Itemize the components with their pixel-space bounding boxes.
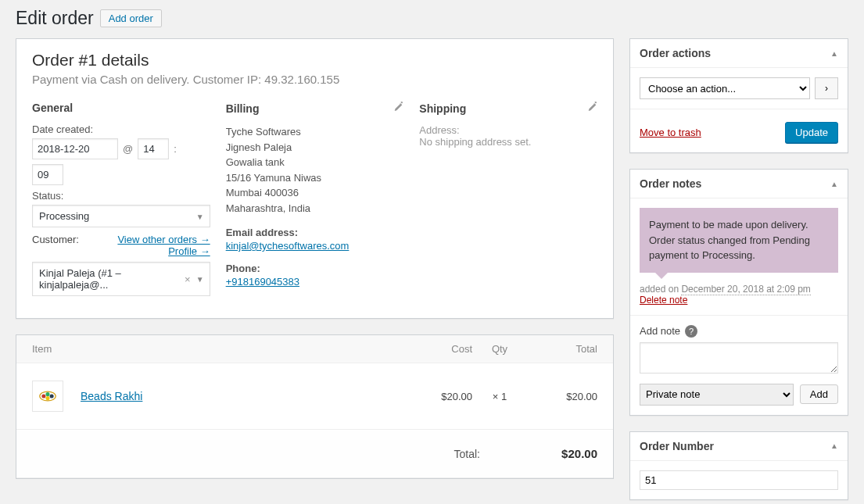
order-actions-heading: Order actions — [640, 47, 711, 59]
note-textarea[interactable] — [640, 342, 838, 374]
order-title: Order #1 details — [32, 51, 597, 70]
order-subtitle: Payment via Cash on delivery. Customer I… — [32, 73, 597, 86]
at-symbol: @ — [123, 143, 133, 155]
add-note-label: Add note — [640, 325, 680, 337]
total-header: Total — [527, 343, 597, 355]
hour-input[interactable] — [138, 138, 169, 159]
update-button[interactable]: Update — [785, 122, 838, 143]
svg-point-1 — [41, 394, 45, 398]
qty-header: Qty — [472, 343, 527, 355]
item-qty: × 1 — [472, 391, 527, 402]
item-name-link[interactable]: Beads Rakhi — [81, 390, 142, 402]
shipping-no-address: No shipping address set. — [419, 136, 597, 148]
edit-shipping-icon[interactable] — [586, 102, 597, 115]
edit-billing-icon[interactable] — [393, 102, 403, 115]
help-icon[interactable]: ? — [685, 325, 697, 338]
email-label: Email address: — [226, 227, 404, 238]
view-other-orders-link[interactable]: View other orders → — [117, 234, 210, 245]
note-timestamp: December 20, 2018 at 2:09 pm — [681, 284, 810, 295]
billing-line: 15/16 Yamuna Niwas — [226, 170, 404, 186]
billing-heading: Billing — [226, 102, 260, 115]
customer-value: Kinjal Paleja (#1 – kinjalpaleja@... — [39, 267, 185, 291]
minute-input[interactable] — [32, 164, 63, 185]
total-label: Total: — [32, 448, 511, 460]
billing-line: Jignesh Paleja — [226, 140, 404, 155]
shipping-heading: Shipping — [419, 102, 466, 115]
order-notes-heading: Order notes — [640, 177, 701, 190]
svg-point-3 — [50, 394, 54, 398]
status-select[interactable]: Processing — [32, 205, 210, 227]
customer-select[interactable]: Kinjal Paleja (#1 – kinjalpaleja@... × — [32, 262, 210, 296]
cost-header: Cost — [402, 343, 472, 355]
item-total: $20.00 — [527, 391, 597, 402]
item-cost: $20.00 — [402, 391, 472, 402]
note-bubble: Payment to be made upon delivery. Order … — [640, 208, 838, 273]
order-items-panel: Item Cost Qty Total Beads Rakhi $20.00 ×… — [16, 334, 614, 479]
add-note-button[interactable]: Add — [800, 384, 838, 404]
order-number-input[interactable] — [640, 470, 838, 490]
table-row: Beads Rakhi $20.00 × 1 $20.00 — [16, 363, 613, 430]
total-value: $20.00 — [511, 447, 597, 460]
billing-phone-link[interactable]: +918169045383 — [226, 276, 299, 288]
item-header: Item — [32, 343, 402, 355]
svg-point-4 — [45, 396, 49, 400]
clear-customer-icon[interactable]: × — [185, 273, 191, 285]
action-select[interactable]: Choose an action... — [640, 77, 810, 99]
time-colon: : — [174, 143, 177, 155]
status-label: Status: — [32, 190, 210, 202]
shipping-column: Shipping Address: No shipping address se… — [419, 102, 597, 302]
collapse-icon: ▲ — [830, 180, 838, 188]
phone-label: Phone: — [226, 263, 404, 274]
delete-note-link[interactable]: Delete note — [640, 295, 687, 306]
customer-label: Customer: — [32, 234, 79, 245]
order-number-toggle[interactable]: Order Number ▲ — [630, 432, 848, 461]
svg-point-2 — [45, 392, 49, 396]
billing-line: Tyche Softwares — [226, 124, 404, 140]
billing-line: Mumbai 400036 — [226, 185, 404, 201]
date-created-label: Date created: — [32, 123, 210, 135]
collapse-icon: ▲ — [830, 49, 838, 58]
order-notes-toggle[interactable]: Order notes ▲ — [630, 170, 848, 198]
general-column: General Date created: @ : Sta — [32, 102, 226, 302]
date-input[interactable] — [32, 138, 118, 159]
page-title: Edit order — [16, 8, 94, 29]
profile-link[interactable]: Profile → — [117, 245, 210, 257]
billing-line: Gowalia tank — [226, 155, 404, 170]
order-notes-panel: Order notes ▲ Payment to be made upon de… — [629, 169, 848, 416]
order-actions-panel: Order actions ▲ Choose an action... › — [629, 38, 848, 153]
shipping-address-label: Address: — [419, 124, 597, 136]
add-order-button[interactable]: Add order — [100, 9, 162, 27]
collapse-icon: ▲ — [830, 441, 838, 450]
order-number-panel: Order Number ▲ — [629, 431, 848, 500]
general-heading: General — [32, 102, 210, 114]
order-details-panel: Order #1 details Payment via Cash on del… — [16, 38, 614, 319]
item-thumbnail[interactable] — [32, 381, 63, 412]
order-actions-toggle[interactable]: Order actions ▲ — [630, 39, 848, 68]
note-type-select[interactable]: Private note — [640, 384, 794, 406]
totals-row: Total: $20.00 — [16, 430, 613, 478]
go-button[interactable]: › — [815, 77, 838, 99]
billing-email-link[interactable]: kinjal@tychesoftwares.com — [226, 240, 350, 252]
move-to-trash-link[interactable]: Move to trash — [640, 127, 701, 138]
note-meta: added on December 20, 2018 at 2:09 pm De… — [640, 284, 838, 306]
billing-column: Billing Tyche Softwares Jignesh Paleja G… — [226, 102, 420, 302]
order-number-heading: Order Number — [640, 440, 714, 452]
billing-line: Maharashtra, India — [226, 201, 404, 216]
